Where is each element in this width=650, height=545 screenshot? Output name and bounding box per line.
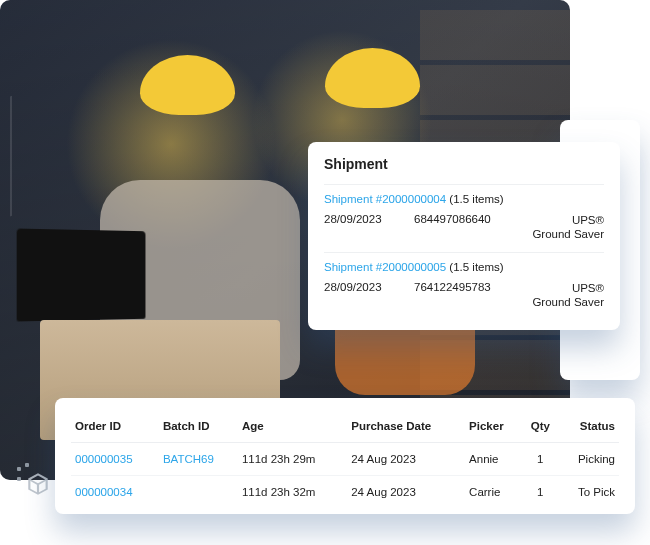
table-row: 000000034 111d 23h 32m 24 Aug 2023 Carri… [71,476,619,509]
shipment-date: 28/09/2023 [324,213,396,225]
shipment-card: Shipment Shipment #2000000004 (1.5 items… [308,142,620,330]
order-id-link[interactable]: 000000034 [75,486,133,498]
cell-qty: 1 [522,476,558,509]
cell-qty: 1 [522,443,558,476]
shipment-link[interactable]: Shipment #2000000004 [324,193,446,205]
photo-laptop [17,229,146,322]
cell-picker: Annie [465,443,522,476]
shipment-service: UPS® Ground Saver [532,213,604,242]
shipment-date: 28/09/2023 [324,281,396,293]
cell-purchase-date: 24 Aug 2023 [347,476,465,509]
col-picker: Picker [465,410,522,443]
shipment-items-count: (1.5 items) [449,261,503,273]
order-id-link[interactable]: 000000035 [75,453,133,465]
shipment-title: Shipment [324,156,604,172]
shipment-row: Shipment #2000000005 (1.5 items) 28/09/2… [324,252,604,320]
shipment-tracking: 764122495783 [414,281,514,293]
cell-purchase-date: 24 Aug 2023 [347,443,465,476]
cell-picker: Carrie [465,476,522,509]
cell-age: 111d 23h 32m [238,476,347,509]
shipment-service: UPS® Ground Saver [532,281,604,310]
cell-status: Picking [559,443,619,476]
orders-table: Order ID Batch ID Age Purchase Date Pick… [71,410,619,508]
shipment-row: Shipment #2000000004 (1.5 items) 28/09/2… [324,184,604,252]
orders-card: Order ID Batch ID Age Purchase Date Pick… [55,398,635,514]
hardhat-icon [325,48,420,108]
col-batch-id: Batch ID [159,410,238,443]
shipment-tracking: 684497086640 [414,213,514,225]
col-order-id: Order ID [71,410,159,443]
col-status: Status [559,410,619,443]
col-age: Age [238,410,347,443]
col-purchase-date: Purchase Date [347,410,465,443]
table-row: 000000035 BATCH69 111d 23h 29m 24 Aug 20… [71,443,619,476]
cell-age: 111d 23h 29m [238,443,347,476]
batch-id-link[interactable]: BATCH69 [163,453,214,465]
cell-status: To Pick [559,476,619,509]
stage: Shipment Shipment #2000000004 (1.5 items… [0,0,650,545]
shipment-link[interactable]: Shipment #2000000005 [324,261,446,273]
cube-icon [17,463,51,497]
col-qty: Qty [522,410,558,443]
shipment-items-count: (1.5 items) [449,193,503,205]
